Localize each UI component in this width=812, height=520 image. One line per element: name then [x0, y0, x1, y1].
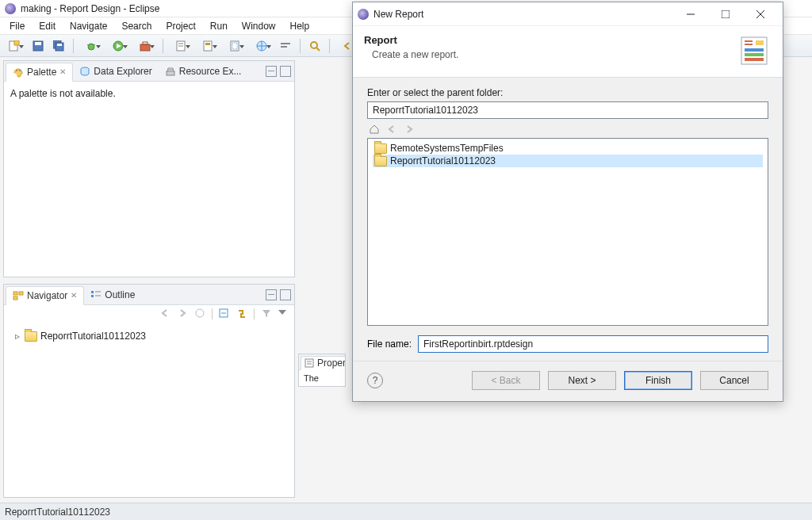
- outline-icon: [90, 289, 102, 300]
- svg-rect-51: [745, 44, 753, 45]
- save-button[interactable]: [30, 38, 46, 54]
- svg-rect-55: [745, 58, 764, 61]
- palette-actions: [266, 66, 294, 77]
- tab-outline[interactable]: Outline: [84, 285, 141, 304]
- tab-properties[interactable]: Proper: [301, 356, 346, 370]
- maximize-view-button[interactable]: [280, 289, 291, 300]
- nav-forward-icon[interactable]: [177, 308, 188, 319]
- close-icon: [756, 10, 764, 18]
- filename-input[interactable]: [418, 335, 768, 353]
- new-template-button[interactable]: [224, 38, 246, 54]
- help-icon: ?: [373, 375, 378, 386]
- finish-button[interactable]: Finish: [624, 371, 692, 390]
- back-button[interactable]: < Back: [472, 371, 540, 390]
- navigator-project-row[interactable]: ▹ ReporrtTutorial10112023: [10, 329, 288, 343]
- folder-icon: [374, 143, 387, 154]
- new-library-button[interactable]: [197, 38, 219, 54]
- folder-icon: [25, 331, 37, 342]
- save-icon: [33, 40, 44, 52]
- menu-window[interactable]: Window: [236, 19, 282, 33]
- menu-file[interactable]: File: [3, 19, 31, 33]
- tab-properties-label: Proper: [317, 358, 346, 369]
- data-icon: [79, 66, 90, 77]
- navigator-toolbar: [4, 305, 294, 323]
- menu-project[interactable]: Project: [159, 19, 201, 33]
- globe-icon: [256, 40, 267, 52]
- navigator-icon: [13, 290, 24, 301]
- help-button[interactable]: ?: [367, 373, 383, 388]
- nav-up-icon[interactable]: [194, 308, 205, 319]
- tab-pin-icon: ✕: [59, 67, 66, 76]
- filename-label: File name:: [367, 338, 412, 350]
- view-menu-icon[interactable]: [278, 308, 289, 319]
- menu-search[interactable]: Search: [115, 19, 158, 33]
- debug-dropdown-button[interactable]: [80, 38, 102, 54]
- maximize-icon: [722, 10, 730, 18]
- menu-navigate[interactable]: Navigate: [63, 19, 113, 33]
- external-tools-button[interactable]: [134, 38, 156, 54]
- back-icon[interactable]: [386, 124, 397, 134]
- tab-data-explorer-label: Data Explorer: [94, 66, 151, 77]
- navigator-tabrow: Navigator ✕ Outline: [4, 285, 294, 305]
- svg-point-7: [88, 44, 94, 50]
- view-report-button[interactable]: [251, 38, 273, 54]
- minimize-icon: [687, 10, 695, 18]
- dialog-close-button[interactable]: [743, 3, 778, 25]
- minimize-view-button[interactable]: [266, 289, 277, 300]
- forward-icon[interactable]: [404, 124, 415, 134]
- dialog-title: New Report: [373, 9, 673, 20]
- window-title: making - Report Design - Eclipse: [21, 3, 159, 14]
- statusbar: ReporrtTutorial10112023: [0, 503, 812, 520]
- folder-tree[interactable]: RemoteSystemsTempFiles ReporrtTutorial10…: [367, 138, 768, 326]
- toolbox-icon: [140, 40, 151, 52]
- cancel-button[interactable]: Cancel: [700, 371, 768, 390]
- svg-rect-29: [167, 71, 174, 75]
- svg-rect-42: [305, 359, 313, 367]
- folder-tree-item[interactable]: RemoteSystemsTempFiles: [373, 142, 763, 155]
- svg-rect-13: [143, 42, 147, 44]
- new-report-button[interactable]: [170, 38, 192, 54]
- collapse-all-icon[interactable]: [219, 308, 230, 319]
- svg-rect-50: [745, 40, 753, 42]
- next-button[interactable]: Next >: [548, 371, 616, 390]
- dialog-minimize-button[interactable]: [673, 3, 708, 25]
- link-editor-icon[interactable]: [236, 308, 247, 319]
- navigator-project-label: ReporrtTutorial10112023: [40, 331, 146, 342]
- dialog-window-controls: [673, 3, 778, 25]
- menu-run[interactable]: Run: [204, 19, 234, 33]
- svg-rect-31: [13, 292, 17, 295]
- svg-rect-22: [281, 43, 290, 44]
- tab-palette[interactable]: Palette ✕: [6, 63, 73, 82]
- new-dropdown-button[interactable]: [3, 38, 25, 54]
- expand-icon[interactable]: ▹: [13, 332, 21, 340]
- run-dropdown-button[interactable]: [107, 38, 129, 54]
- save-all-button[interactable]: [51, 38, 67, 54]
- menu-help[interactable]: Help: [284, 19, 316, 33]
- svg-rect-34: [91, 291, 94, 293]
- toggle-breadcrumb-button[interactable]: [278, 38, 293, 54]
- svg-rect-3: [35, 42, 41, 45]
- svg-rect-32: [19, 292, 23, 295]
- filter-icon[interactable]: [261, 308, 272, 319]
- template-icon: [229, 40, 240, 52]
- svg-rect-6: [57, 44, 62, 46]
- folder-tree-item-label: ReporrtTutorial10112023: [390, 155, 496, 166]
- tab-data-explorer[interactable]: Data Explorer: [73, 62, 158, 81]
- statusbar-text: ReporrtTutorial10112023: [5, 507, 110, 518]
- tab-resource-explorer[interactable]: Resource Ex...: [159, 62, 248, 81]
- parent-folder-input[interactable]: [367, 101, 768, 119]
- dialog-maximize-button[interactable]: [708, 3, 743, 25]
- toolbar-separator: [329, 39, 330, 53]
- menu-edit[interactable]: Edit: [33, 19, 62, 33]
- maximize-view-button[interactable]: [280, 66, 291, 77]
- dialog-footer: ? < Back Next > Finish Cancel: [353, 361, 783, 401]
- svg-point-26: [16, 70, 17, 71]
- resource-icon: [165, 66, 176, 77]
- home-icon[interactable]: [369, 124, 380, 135]
- minimize-view-button[interactable]: [266, 66, 277, 77]
- tab-navigator[interactable]: Navigator ✕: [6, 286, 84, 305]
- search-button[interactable]: [307, 38, 323, 54]
- nav-back-icon[interactable]: [159, 308, 170, 319]
- nav-separator: [212, 308, 213, 319]
- folder-tree-item-selected[interactable]: ReporrtTutorial10112023: [373, 155, 763, 167]
